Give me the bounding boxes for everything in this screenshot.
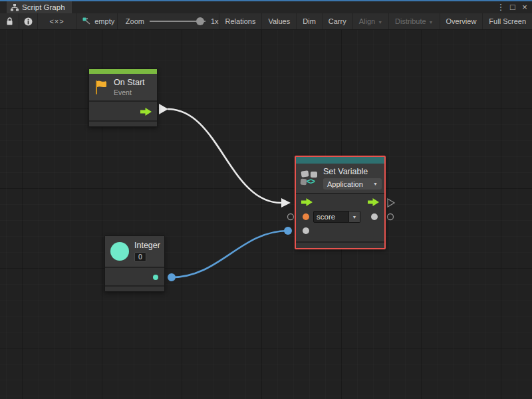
on-start-footer <box>89 120 157 126</box>
set-variable-footer <box>296 241 384 248</box>
tab-script-graph[interactable]: Script Graph <box>7 1 72 13</box>
lock-button[interactable] <box>0 13 19 29</box>
values-button[interactable]: Values <box>262 13 297 29</box>
integer-footer <box>105 285 164 291</box>
graph-pointer-icon <box>82 17 91 25</box>
maximize-icon[interactable]: □ <box>507 1 519 13</box>
value-wire-end-dot[interactable] <box>284 227 292 235</box>
variable-picker-dropdown[interactable]: ▼ <box>349 211 360 223</box>
graph-toolbar: <×> empty Zoom 1x Relations Values Dim C… <box>0 13 532 30</box>
zoom-control: Zoom 1x <box>118 13 219 29</box>
node-integer[interactable]: Integer <box>104 235 165 292</box>
flow-output-port[interactable] <box>368 198 379 206</box>
variable-name-field[interactable] <box>313 211 349 223</box>
value-wire-start-dot[interactable] <box>168 273 176 281</box>
node-title: Set Variable <box>323 167 382 176</box>
full-screen-button[interactable]: Full Screen <box>483 13 532 29</box>
on-start-body <box>89 100 157 120</box>
zoom-value: 1x <box>211 17 219 25</box>
node-title: On Start <box>114 78 145 87</box>
info-icon <box>24 17 33 26</box>
node-on-start[interactable]: On Start Event <box>88 68 158 127</box>
variable-color-bar <box>296 157 384 164</box>
overview-button[interactable]: Overview <box>440 13 483 29</box>
graph-icon <box>11 4 19 11</box>
window-controls: ⋮ □ × <box>495 1 531 13</box>
set-variable-header: <> Set Variable Application ▼ <box>296 164 384 193</box>
inspect-button[interactable] <box>19 13 38 29</box>
align-dropdown[interactable]: Align ▼ <box>353 13 389 29</box>
name-input-port[interactable] <box>303 213 309 220</box>
set-variable-body: ▼ <box>296 193 384 241</box>
chevron-down-icon: ▼ <box>373 182 378 186</box>
on-start-header: On Start Event <box>89 74 157 100</box>
node-set-variable[interactable]: <> Set Variable Application ▼ ▼ <box>295 156 386 249</box>
code-preview-button[interactable]: <×> <box>38 13 76 29</box>
window-menu-icon[interactable]: ⋮ <box>495 1 507 13</box>
node-subtitle: Event <box>114 88 145 96</box>
distribute-dropdown[interactable]: Distribute ▼ <box>389 13 440 29</box>
toolbar-buttons: Relations Values Dim Carry Align ▼ Distr… <box>219 13 532 29</box>
carry-button[interactable]: Carry <box>323 13 353 29</box>
relations-button[interactable]: Relations <box>219 13 263 29</box>
lock-icon <box>6 17 13 26</box>
focus-indicator <box>0 0 532 1</box>
event-color-bar <box>89 69 157 74</box>
value-output-port[interactable] <box>371 213 378 220</box>
set-variable-icon: <> <box>301 170 319 187</box>
integer-icon <box>110 242 129 261</box>
integer-output-port[interactable] <box>153 275 158 280</box>
title-bar: Script Graph ⋮ □ × <box>0 0 532 13</box>
integer-header: Integer <box>105 236 164 267</box>
chevron-down-icon: ▼ <box>429 20 434 25</box>
graph-canvas[interactable] <box>0 30 532 399</box>
chevron-down-icon: ▼ <box>378 20 382 25</box>
value-input-port[interactable] <box>303 227 309 234</box>
zoom-slider-handle[interactable] <box>196 17 204 25</box>
flow-input-port[interactable] <box>301 198 313 206</box>
close-icon[interactable]: × <box>519 1 531 13</box>
dim-button[interactable]: Dim <box>297 13 323 29</box>
zoom-slider[interactable] <box>150 17 205 25</box>
code-toggle-icon: <×> <box>49 17 64 25</box>
variable-scope-dropdown[interactable]: Application ▼ <box>323 178 382 190</box>
scope-value: Application <box>327 180 363 188</box>
pointer-status: empty <box>76 13 118 29</box>
pointer-status-label: empty <box>94 17 114 25</box>
zoom-label: Zoom <box>126 17 144 25</box>
chevron-down-icon: ▼ <box>352 215 357 219</box>
integer-value-field[interactable] <box>134 252 146 262</box>
integer-body <box>105 267 164 285</box>
flow-output-port[interactable] <box>140 108 152 116</box>
flag-icon <box>94 80 108 95</box>
node-title: Integer <box>134 241 160 250</box>
tab-title: Script Graph <box>22 3 65 11</box>
